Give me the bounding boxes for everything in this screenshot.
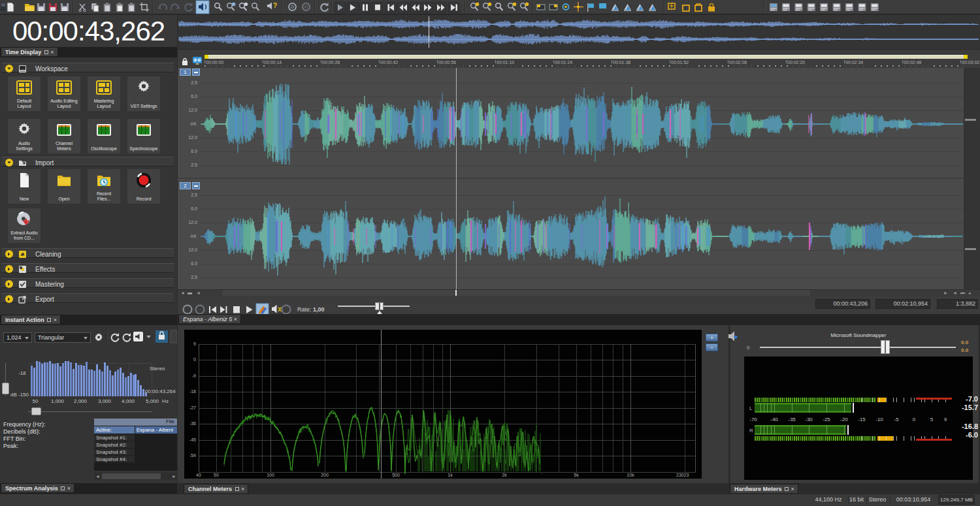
svg-text:-5: -5 — [894, 417, 899, 422]
svg-text:5: 5 — [930, 417, 934, 422]
svg-text:R: R — [749, 428, 753, 434]
svg-text:-10: -10 — [875, 417, 883, 422]
svg-text:-20: -20 — [840, 417, 848, 422]
svg-text:-40: -40 — [770, 417, 778, 422]
svg-text:-30: -30 — [805, 417, 813, 422]
svg-text:9: 9 — [944, 417, 947, 422]
svg-text:-70: -70 — [749, 417, 757, 422]
svg-text:-25: -25 — [823, 417, 830, 422]
svg-text:0: 0 — [913, 417, 916, 422]
svg-text:-15: -15 — [858, 417, 866, 422]
svg-text:-35: -35 — [788, 417, 796, 422]
svg-text:L: L — [749, 405, 753, 411]
